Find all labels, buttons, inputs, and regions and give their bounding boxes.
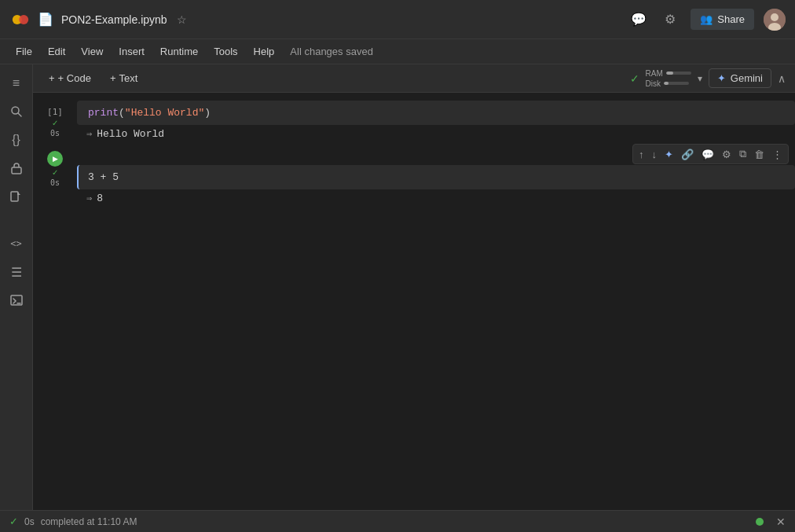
toolbar-right: ✓ RAM Disk ▾ (630, 68, 786, 88)
cell-1: [1] ✓ 0s print("Hello World") ⇒ Hello Wo… (33, 101, 795, 143)
status-check-icon: ✓ (9, 515, 18, 527)
move-down-button[interactable]: ↓ (650, 147, 660, 162)
sidebar-item-secrets[interactable] (4, 156, 29, 181)
status-time: 0s (24, 516, 35, 527)
cell-1-code[interactable]: print("Hello World") (77, 101, 795, 125)
cell-1-number: [1] (47, 107, 63, 117)
menu-help[interactable]: Help (247, 44, 281, 59)
cell-1-body: print("Hello World") ⇒ Hello World (77, 101, 795, 143)
sidebar: ≡ {} <> ☰ (0, 64, 33, 510)
menu-file[interactable]: File (9, 44, 38, 59)
sidebar-item-variables[interactable]: {} (4, 127, 29, 152)
add-text-icon: + (110, 72, 116, 84)
notebook: [1] ✓ 0s print("Hello World") ⇒ Hello Wo… (33, 93, 795, 510)
comment-cell-button[interactable]: 💬 (699, 147, 716, 162)
add-code-icon: + (49, 72, 55, 84)
cell-settings-button[interactable]: ⚙ (720, 147, 734, 162)
svg-rect-7 (12, 167, 21, 174)
gemini-label: Gemini (731, 72, 763, 84)
main-layout: ≡ {} <> ☰ (0, 64, 795, 510)
menu-tools[interactable]: Tools (207, 44, 244, 59)
status-bar: ✓ 0s completed at 11:10 AM ✕ (0, 510, 795, 532)
colab-logo (9, 9, 31, 31)
copy-cell-button[interactable]: ⧉ (737, 146, 749, 162)
share-button[interactable]: 👥 Share (691, 9, 754, 30)
share-label: Share (717, 13, 745, 25)
sidebar-item-code[interactable]: <> (4, 231, 29, 256)
cell-1-output-text: Hello World (97, 128, 164, 140)
ram-progress (666, 72, 691, 75)
more-options-button[interactable]: ⋮ (770, 147, 785, 162)
menu-runtime[interactable]: Runtime (154, 44, 204, 59)
settings-button[interactable]: ⚙ (659, 9, 681, 31)
sidebar-item-toc[interactable]: ≡ (4, 71, 29, 96)
add-code-label: + Code (58, 72, 91, 84)
sidebar-item-files[interactable] (4, 184, 29, 209)
sidebar-item-search[interactable] (4, 99, 29, 124)
add-text-button[interactable]: + Text (104, 69, 144, 87)
status-close-button[interactable]: ✕ (776, 515, 786, 528)
cell-2-code[interactable]: 3 + 5 (77, 165, 795, 189)
svg-point-3 (771, 13, 779, 21)
menu-insert[interactable]: Insert (112, 44, 151, 59)
disk-label: Disk (646, 79, 661, 88)
cell-2-content: 3 + 5 (88, 171, 119, 183)
cell-1-gutter: [1] ✓ 0s (33, 101, 77, 143)
content-area: + + Code + Text ✓ RAM Disk (33, 64, 795, 510)
cell-2-body: ↑ ↓ ✦ 🔗 💬 ⚙ ⧉ 🗑 ⋮ 3 + 5 ⇒ (77, 145, 795, 207)
delete-cell-button[interactable]: 🗑 (752, 147, 767, 162)
move-up-button[interactable]: ↑ (636, 147, 647, 162)
disk-progress (664, 82, 689, 85)
menu-edit[interactable]: Edit (42, 44, 71, 59)
cell-1-output: ⇒ Hello World (77, 125, 795, 143)
comment-button[interactable]: 💬 (628, 9, 650, 31)
top-icons: 💬 ⚙ 👥 Share (628, 9, 786, 31)
ram-label: RAM (646, 69, 663, 78)
status-connected-dot (756, 518, 764, 526)
star-icon[interactable]: ☆ (177, 13, 187, 26)
disk-fill (664, 82, 669, 85)
ram-fill (666, 72, 674, 75)
saved-status: All changes saved (290, 46, 373, 57)
gemini-button[interactable]: ✦ Gemini (709, 68, 771, 88)
runtime-dropdown-button[interactable]: ▾ (698, 73, 702, 84)
cell-1-time: 0s (50, 129, 60, 138)
ram-disk-indicator: RAM Disk (646, 69, 691, 88)
connected-checkmark: ✓ (630, 72, 639, 85)
cell-toolbar: + + Code + Text ✓ RAM Disk (33, 64, 795, 93)
string-hello-world: "Hello World" (125, 107, 204, 119)
sidebar-item-terminal[interactable] (4, 288, 29, 313)
cell-2-run-status: ✓ (52, 168, 58, 177)
cell-1-run-status: ✓ (52, 119, 58, 127)
notebook-title: PON2-Example.ipynb (61, 13, 167, 26)
keyword-print: print (88, 107, 119, 119)
output-arrow-icon: ⇒ (86, 128, 92, 140)
link-button[interactable]: 🔗 (679, 147, 696, 162)
cell-2-output-text: 8 (97, 193, 103, 204)
collapse-button[interactable]: ∧ (778, 72, 786, 85)
share-icon: 👥 (700, 13, 713, 25)
ai-assist-button[interactable]: ✦ (662, 147, 676, 162)
cell-2-action-bar: ↑ ↓ ✦ 🔗 💬 ⚙ ⧉ 🗑 ⋮ (632, 144, 789, 164)
cell-2: ▶ ✓ 0s ↑ ↓ ✦ 🔗 💬 ⚙ ⧉ 🗑 ⋮ (33, 145, 795, 207)
cell-2-output-arrow-icon: ⇒ (86, 193, 92, 204)
cell-2-run-button[interactable]: ▶ (47, 151, 63, 167)
avatar[interactable] (764, 9, 786, 31)
svg-point-1 (19, 15, 28, 24)
gemini-star-icon: ✦ (717, 72, 726, 84)
add-code-button[interactable]: + + Code (42, 69, 97, 87)
add-text-label: Text (119, 72, 137, 84)
cell-2-time: 0s (50, 178, 60, 187)
saved-status-text: All changes saved (290, 46, 373, 57)
drive-icon: 📄 (38, 12, 53, 27)
svg-rect-8 (11, 192, 18, 201)
cell-2-output: ⇒ 8 (77, 189, 795, 207)
menu-view[interactable]: View (75, 44, 109, 59)
top-bar: 📄 PON2-Example.ipynb ☆ 💬 ⚙ 👥 Share (0, 0, 795, 39)
status-message: completed at 11:10 AM (41, 516, 137, 527)
sidebar-item-snippets[interactable]: ☰ (4, 259, 29, 284)
cell-2-gutter: ▶ ✓ 0s (33, 145, 77, 207)
svg-line-6 (18, 113, 21, 116)
menu-bar: File Edit View Insert Runtime Tools Help… (0, 39, 795, 64)
